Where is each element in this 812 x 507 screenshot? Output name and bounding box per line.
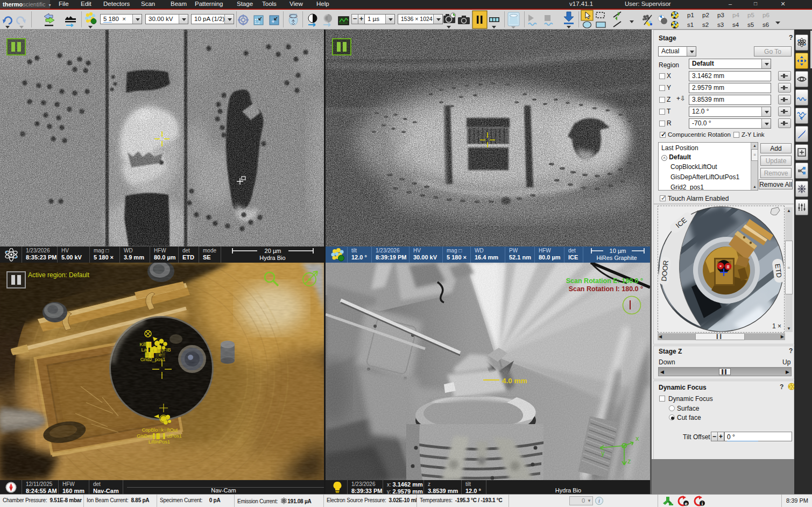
svg-text:z: z bbox=[627, 457, 631, 465]
svg-text:x: x bbox=[636, 434, 639, 442]
svg-text:e: e bbox=[684, 501, 687, 506]
svg-text:i: i bbox=[702, 501, 703, 506]
svg-text:20 µm: 20 µm bbox=[265, 248, 281, 254]
svg-text:i: i bbox=[598, 498, 600, 504]
svg-text:☰: ☰ bbox=[726, 265, 730, 269]
svg-text:Scan Rotation I: 180.0 °: Scan Rotation I: 180.0 ° bbox=[569, 285, 643, 293]
svg-text:×: × bbox=[719, 264, 722, 268]
svg-text:y: y bbox=[601, 449, 605, 457]
svg-text:Scan Rotation E: 180.0 °: Scan Rotation E: 180.0 ° bbox=[566, 277, 643, 285]
svg-text:4.0 mm: 4.0 mm bbox=[502, 377, 527, 385]
svg-text:1 ×: 1 × bbox=[772, 322, 781, 330]
svg-text:10 µm: 10 µm bbox=[610, 248, 626, 254]
